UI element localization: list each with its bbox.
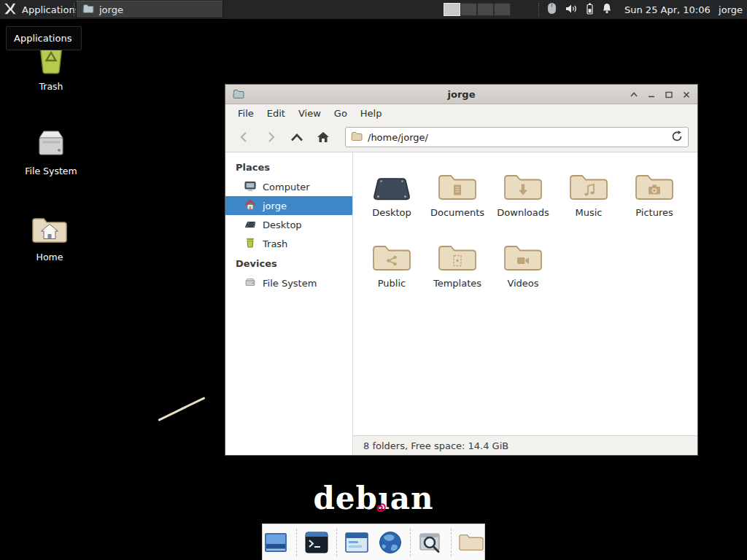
desktop-icon-label: Trash <box>39 81 63 92</box>
window-title: jorge <box>225 85 697 104</box>
bottom-dock <box>262 524 485 560</box>
location-path[interactable]: /home/jorge/ <box>368 132 666 143</box>
dock-item-web-browser[interactable] <box>377 529 404 556</box>
folder-grid: DesktopDocumentsDownloadsMusicPicturesPu… <box>353 152 697 435</box>
folder-icon <box>503 160 543 205</box>
file-item-documents[interactable]: Documents <box>425 160 490 230</box>
menu-help[interactable]: Help <box>354 104 389 122</box>
sidebar-item-desktop[interactable]: Desktop <box>225 215 352 234</box>
system-tray <box>547 0 612 19</box>
sidebar-item-label: jorge <box>263 201 287 211</box>
workspace-2[interactable] <box>460 3 477 16</box>
desktop-icon-home[interactable]: Home <box>18 216 82 262</box>
sidebar-item-label: Trash <box>263 238 287 249</box>
statusbar-text: 8 folders, Free space: 14.4 GiB <box>363 440 508 451</box>
dock-separator <box>336 529 337 556</box>
file-item-templates[interactable]: Templates <box>425 230 490 301</box>
maximize-button[interactable] <box>663 89 674 100</box>
menubar: File Edit View Go Help <box>225 104 697 122</box>
dock-item-terminal[interactable] <box>303 529 330 556</box>
menu-view[interactable]: View <box>292 104 328 122</box>
dock-separator <box>410 529 411 556</box>
forward-button[interactable] <box>260 127 281 147</box>
applications-label: Applications <box>22 4 80 15</box>
location-bar[interactable]: /home/jorge/ <box>345 127 689 147</box>
menu-go[interactable]: Go <box>328 104 354 122</box>
desktop-icon <box>371 160 412 205</box>
mouse-icon[interactable] <box>547 2 557 17</box>
file-item-label: Public <box>378 278 406 289</box>
dock-item-settings-window[interactable] <box>344 529 371 556</box>
workspace-1[interactable] <box>444 3 460 16</box>
sidebar-item-label: Desktop <box>263 219 302 230</box>
reload-icon[interactable] <box>671 131 683 144</box>
folder-icon <box>371 230 412 276</box>
battery-icon[interactable] <box>587 3 593 17</box>
file-item-public[interactable]: Public <box>359 230 425 301</box>
home-folder-icon <box>31 216 68 247</box>
folder-icon <box>82 3 94 17</box>
desktop-icon <box>244 218 256 232</box>
file-item-label: Documents <box>430 207 484 218</box>
taskbar-button[interactable]: jorge <box>76 1 223 18</box>
xfce-menu-icon <box>4 3 17 17</box>
minimize-button[interactable] <box>646 89 657 100</box>
up-button[interactable] <box>287 127 307 147</box>
folder-icon <box>437 230 478 276</box>
dock-separator <box>296 529 297 556</box>
sidebar-section-places: Places <box>225 157 352 177</box>
file-item-label: Desktop <box>372 207 411 218</box>
drive-icon <box>244 276 256 290</box>
panel-separator <box>74 3 74 16</box>
titlebar[interactable]: jorge <box>225 85 697 104</box>
menu-file[interactable]: File <box>231 104 260 122</box>
debian-logo-text: deb <box>313 481 377 516</box>
places-sidebar: Places Computer jorge Desktop Trash Devi… <box>225 152 353 455</box>
file-item-pictures[interactable]: Pictures <box>622 160 687 230</box>
debian-logo: debıan <box>0 481 747 516</box>
back-button[interactable] <box>234 127 255 147</box>
dock-item-desktop[interactable] <box>263 529 290 556</box>
panel-separator <box>538 3 539 16</box>
statusbar: 8 folders, Free space: 14.4 GiB <box>353 435 697 455</box>
workspace-4[interactable] <box>494 3 511 16</box>
dock-item-file-manager[interactable] <box>458 529 485 556</box>
sidebar-item-jorge[interactable]: jorge <box>225 196 352 215</box>
sidebar-item-file-system[interactable]: File System <box>225 273 352 292</box>
dock-item-app-finder[interactable] <box>417 529 444 556</box>
clock[interactable]: Sun 25 Apr, 10:06 <box>624 0 711 19</box>
shade-button[interactable] <box>628 89 639 100</box>
notifications-bell-icon[interactable] <box>602 3 612 16</box>
file-item-music[interactable]: Music <box>556 160 622 230</box>
sidebar-item-label: Computer <box>263 182 310 192</box>
sidebar-item-computer[interactable]: Computer <box>225 177 352 196</box>
debian-logo-i: ı <box>378 481 390 516</box>
desktop-icon-label: Home <box>36 252 63 262</box>
file-item-label: Templates <box>433 278 481 289</box>
username-label[interactable]: jorge <box>719 0 743 19</box>
close-button[interactable] <box>681 89 692 100</box>
workspace-pager[interactable] <box>444 3 511 16</box>
applications-tooltip: Applications <box>6 26 82 50</box>
file-item-label: Videos <box>507 278 538 289</box>
folder-icon <box>351 131 363 144</box>
home-button[interactable] <box>313 127 333 147</box>
trash-icon <box>244 237 256 251</box>
file-item-label: Downloads <box>497 207 549 218</box>
dock-separator <box>451 529 452 556</box>
menu-edit[interactable]: Edit <box>260 104 292 122</box>
folder-icon <box>503 230 543 276</box>
desktop-icon-file-system[interactable]: File System <box>19 128 83 176</box>
sidebar-item-label: File System <box>263 278 317 289</box>
debian-swirl-icon <box>376 485 386 520</box>
volume-icon[interactable] <box>565 4 578 16</box>
file-item-downloads[interactable]: Downloads <box>490 160 556 230</box>
file-item-videos[interactable]: Videos <box>490 230 556 301</box>
desktop-icon-label: File System <box>25 166 77 176</box>
file-item-desktop[interactable]: Desktop <box>359 160 425 230</box>
folder-icon <box>437 160 478 205</box>
workspace-3[interactable] <box>477 3 494 16</box>
home-icon <box>244 199 256 213</box>
tooltip-text: Applications <box>14 33 71 44</box>
sidebar-item-trash[interactable]: Trash <box>225 234 352 253</box>
